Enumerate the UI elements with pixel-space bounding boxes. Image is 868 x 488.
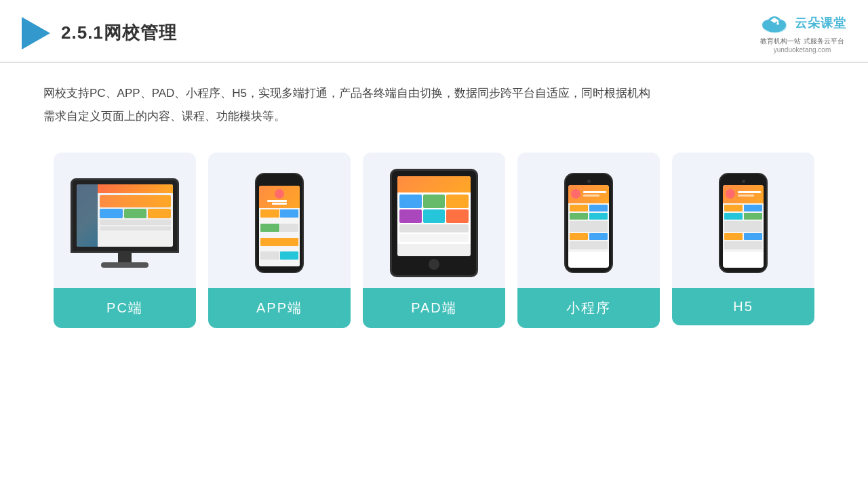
device-cards-container: PC端: [0, 139, 868, 342]
app-card: APP端: [208, 152, 351, 328]
cloud-logo: 云朵课堂: [758, 12, 846, 34]
description-line2: 需求自定义页面上的内容、课程、功能模块等。: [43, 105, 703, 128]
brand-url: yunduoketang.com: [774, 46, 831, 54]
pad-card-label: PAD端: [363, 288, 505, 328]
miniprogram-card: 小程序: [517, 152, 660, 328]
pc-card-label: PC端: [54, 288, 196, 328]
description-text: 网校支持PC、APP、PAD、小程序、H5，实现多端打通，产品各终端自由切换，数…: [0, 63, 746, 139]
miniprogram-card-label: 小程序: [517, 288, 660, 328]
header-right: 云朵课堂 教育机构一站 式服务云平台 yunduoketang.com: [758, 12, 846, 54]
svg-point-5: [765, 22, 784, 33]
h5-phone-icon: [719, 173, 768, 273]
miniprogram-phone-icon: [564, 173, 613, 273]
pc-card: PC端: [54, 152, 196, 328]
header-left: 2.5.1网校管理: [22, 17, 177, 49]
pc-image-area: [54, 152, 196, 288]
pc-monitor-icon: [71, 178, 179, 268]
app-phone-icon: [255, 173, 304, 273]
brand-name: 云朵课堂: [795, 15, 846, 31]
header: 2.5.1网校管理 云朵课堂 教育机构一站 式服务云平台 yunduoketan…: [0, 0, 868, 63]
brand-sub2: 式服务云平台: [804, 37, 844, 45]
app-image-area: [208, 152, 351, 288]
description-line1: 网校支持PC、APP、PAD、小程序、H5，实现多端打通，产品各终端自由切换，数…: [43, 82, 703, 105]
cloud-icon: [758, 12, 791, 34]
pad-card: PAD端: [363, 152, 505, 328]
brand-subtitle: 教育机构一站 式服务云平台: [760, 34, 844, 46]
logo-triangle-icon: [22, 17, 50, 49]
pad-tablet-icon: [390, 169, 478, 277]
pad-image-area: [363, 152, 505, 288]
h5-card-label: H5: [672, 288, 814, 325]
h5-image-area: [672, 152, 814, 288]
h5-card: H5: [672, 152, 814, 325]
miniprogram-image-area: [517, 152, 660, 288]
brand-sub1: 教育机构一站: [760, 37, 801, 45]
svg-point-8: [776, 23, 779, 25]
app-card-label: APP端: [208, 288, 351, 328]
page-title: 2.5.1网校管理: [61, 21, 177, 45]
